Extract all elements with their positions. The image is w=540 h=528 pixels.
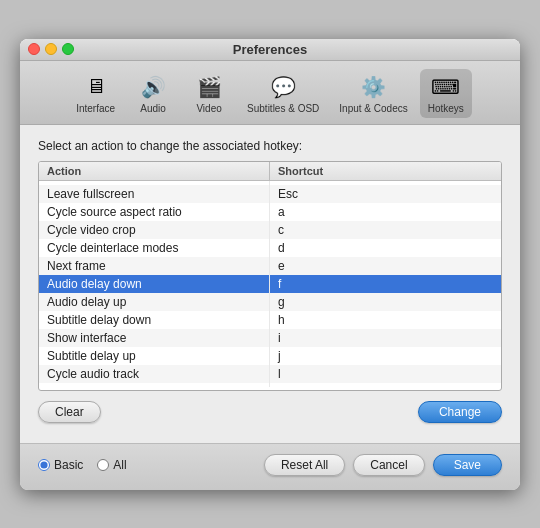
window-controls: [28, 43, 74, 55]
table-cell-action: Cycle audio track: [39, 365, 270, 383]
toolbar-label-hotkeys: Hotkeys: [428, 103, 464, 114]
toolbar-item-subtitles[interactable]: 💬 Subtitles & OSD: [239, 69, 327, 118]
table-cell-action: Next frame: [39, 257, 270, 275]
table-cell-shortcut: i: [270, 329, 501, 347]
toolbar-label-subtitles: Subtitles & OSD: [247, 103, 319, 114]
table-cell-action: Audio delay down: [39, 275, 270, 293]
view-mode-radio-group: Basic All: [38, 458, 127, 472]
change-button[interactable]: Change: [418, 401, 502, 423]
clear-button[interactable]: Clear: [38, 401, 101, 423]
action-buttons-row: Clear Change: [38, 401, 502, 423]
toolbar-label-audio: Audio: [140, 103, 166, 114]
table-row[interactable]: Audio delay upg: [39, 293, 501, 311]
toolbar-item-input[interactable]: ⚙️ Input & Codecs: [331, 69, 415, 118]
input-icon: ⚙️: [360, 73, 388, 101]
minimize-button[interactable]: [45, 43, 57, 55]
table-cell-shortcut: e: [270, 257, 501, 275]
close-button[interactable]: [28, 43, 40, 55]
bottom-bar: Basic All Reset All Cancel Save: [20, 443, 520, 490]
preferences-window: Preferences 🖥 Interface 🔊 Audio 🎬 Video …: [20, 39, 520, 490]
table-cell-action: Cycle source aspect ratio: [39, 203, 270, 221]
table-body[interactable]: Play playlist bookmark 9Unset1:4 Quarter…: [39, 181, 501, 387]
table-cell-action: Cycle video crop: [39, 221, 270, 239]
table-cell-shortcut: g: [270, 293, 501, 311]
table-row[interactable]: Subtitle delay upj: [39, 347, 501, 365]
toolbar-item-interface[interactable]: 🖥 Interface: [68, 69, 123, 118]
table-cell-action: Cycle deinterlace modes: [39, 239, 270, 257]
table-cell-shortcut: c: [270, 221, 501, 239]
table-cell-action: Leave fullscreen: [39, 185, 270, 203]
radio-all-label: All: [113, 458, 126, 472]
header-action: Action: [39, 162, 270, 180]
table-cell-shortcut: f: [270, 275, 501, 293]
table-row[interactable]: Cycle audio trackl: [39, 365, 501, 383]
table-cell-shortcut: h: [270, 311, 501, 329]
toolbar-item-audio[interactable]: 🔊 Audio: [127, 69, 179, 118]
table-cell-action: Audio delay up: [39, 293, 270, 311]
save-button[interactable]: Save: [433, 454, 502, 476]
table-row[interactable]: Cycle video cropc: [39, 221, 501, 239]
toolbar: 🖥 Interface 🔊 Audio 🎬 Video 💬 Subtitles …: [20, 61, 520, 125]
interface-icon: 🖥: [82, 73, 110, 101]
main-content: Select an action to change the associate…: [20, 125, 520, 437]
toolbar-item-video[interactable]: 🎬 Video: [183, 69, 235, 118]
table-cell-action: Subtitle delay down: [39, 311, 270, 329]
table-cell-action: Toggle autoscaling: [39, 383, 270, 387]
titlebar: Preferences: [20, 39, 520, 61]
table-row[interactable]: Leave fullscreenEsc: [39, 185, 501, 203]
maximize-button[interactable]: [62, 43, 74, 55]
audio-icon: 🔊: [139, 73, 167, 101]
table-cell-shortcut: o: [270, 383, 501, 387]
table-row[interactable]: Show interfacei: [39, 329, 501, 347]
table-row[interactable]: Audio delay downf: [39, 275, 501, 293]
video-icon: 🎬: [195, 73, 223, 101]
hotkeys-table-container: Action Shortcut Play playlist bookmark 9…: [38, 161, 502, 391]
radio-all[interactable]: All: [97, 458, 126, 472]
table-cell-shortcut: Esc: [270, 185, 501, 203]
window-title: Preferences: [233, 42, 307, 57]
table-cell-shortcut: a: [270, 203, 501, 221]
hotkeys-icon: ⌨: [432, 73, 460, 101]
table-header: Action Shortcut: [39, 162, 501, 181]
radio-basic[interactable]: Basic: [38, 458, 83, 472]
instruction-text: Select an action to change the associate…: [38, 139, 502, 153]
reset-all-button[interactable]: Reset All: [264, 454, 345, 476]
radio-basic-label: Basic: [54, 458, 83, 472]
toolbar-item-hotkeys[interactable]: ⌨ Hotkeys: [420, 69, 472, 118]
table-cell-shortcut: d: [270, 239, 501, 257]
table-cell-shortcut: j: [270, 347, 501, 365]
bottom-buttons: Reset All Cancel Save: [264, 454, 502, 476]
table-row[interactable]: Cycle source aspect ratioa: [39, 203, 501, 221]
table-cell-shortcut: l: [270, 365, 501, 383]
table-cell-action: Show interface: [39, 329, 270, 347]
toolbar-label-interface: Interface: [76, 103, 115, 114]
cancel-button[interactable]: Cancel: [353, 454, 424, 476]
table-row[interactable]: Cycle deinterlace modesd: [39, 239, 501, 257]
subtitles-icon: 💬: [269, 73, 297, 101]
toolbar-label-video: Video: [196, 103, 221, 114]
header-shortcut: Shortcut: [270, 162, 501, 180]
toolbar-label-input: Input & Codecs: [339, 103, 407, 114]
table-row[interactable]: Next framee: [39, 257, 501, 275]
table-row[interactable]: Toggle autoscalingo: [39, 383, 501, 387]
table-row[interactable]: Subtitle delay downh: [39, 311, 501, 329]
table-cell-action: Subtitle delay up: [39, 347, 270, 365]
